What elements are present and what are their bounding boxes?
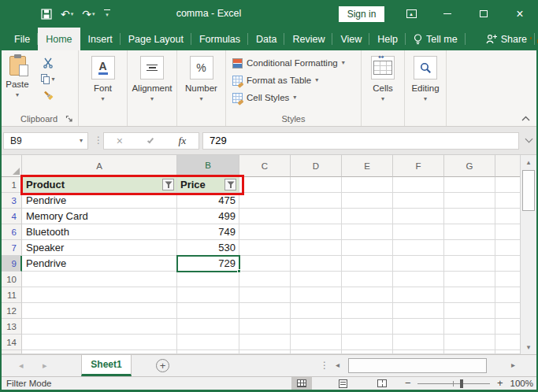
tab-home[interactable]: Home: [38, 28, 80, 50]
formula-input[interactable]: 729: [202, 132, 519, 150]
tab-insert[interactable]: Insert: [80, 28, 121, 50]
fill-handle[interactable]: [237, 269, 241, 273]
tab-review[interactable]: Review: [284, 28, 332, 50]
clipboard-dialog-launcher-icon[interactable]: [65, 115, 73, 123]
copy-button[interactable]: ▾: [41, 74, 54, 84]
zoom-slider-thumb[interactable]: [460, 379, 463, 388]
tab-data[interactable]: Data: [248, 28, 284, 50]
cancel-icon[interactable]: ×: [117, 135, 123, 146]
conditional-formatting-button[interactable]: Conditional Formatting ▾: [232, 54, 361, 72]
cell-styles-button[interactable]: Cell Styles ▾: [232, 89, 361, 106]
column-header-d[interactable]: D: [291, 155, 342, 177]
row-header-7[interactable]: 7: [0, 240, 22, 256]
column-header-b[interactable]: B: [177, 155, 239, 177]
format-as-table-button[interactable]: Format as Table ▾: [232, 72, 361, 89]
page-break-preview-button[interactable]: [372, 377, 392, 390]
previous-sheet-icon[interactable]: ◂: [19, 361, 24, 371]
tab-tell-me[interactable]: Tell me: [406, 28, 466, 50]
cell-a6[interactable]: Bluetooth: [22, 224, 177, 240]
editing-dropdown-arrow[interactable]: ▾: [405, 96, 446, 102]
column-header-partial[interactable]: [495, 155, 520, 177]
scroll-left-icon[interactable]: ◂: [336, 361, 339, 369]
close-button[interactable]: ×: [502, 0, 538, 28]
column-header-f[interactable]: F: [393, 155, 444, 177]
row-header-10[interactable]: 10: [0, 272, 22, 287]
column-header-g[interactable]: G: [444, 155, 495, 177]
ribbon-display-options-button[interactable]: ▴: [393, 0, 429, 28]
alignment-menu-button[interactable]: Alignment ▾: [128, 56, 176, 102]
name-box[interactable]: B9 ▾: [3, 132, 88, 150]
collapse-ribbon-icon[interactable]: [521, 116, 530, 121]
cell-a9[interactable]: Pendrive: [22, 256, 177, 272]
scrollbar-resize-dots[interactable]: ⋮: [320, 360, 329, 371]
zoom-slider-track[interactable]: [417, 383, 490, 384]
scroll-up-icon[interactable]: ▴: [521, 155, 536, 169]
filter-button-product[interactable]: [162, 179, 174, 190]
editing-menu-button[interactable]: Editing ▾: [405, 56, 446, 102]
select-all-button[interactable]: [0, 155, 22, 177]
row-header-13[interactable]: 13: [0, 319, 22, 335]
tab-page-layout[interactable]: Page Layout: [121, 28, 191, 50]
vertical-scrollbar-thumb[interactable]: [522, 170, 535, 211]
cells-dropdown-arrow[interactable]: ▾: [362, 96, 404, 102]
row-header-4[interactable]: 4: [0, 209, 22, 224]
cell-b6[interactable]: 749: [177, 224, 239, 240]
number-menu-button[interactable]: % Number ▾: [177, 56, 225, 102]
cells-menu-button[interactable]: Cells ▾: [362, 56, 404, 102]
row-header-12[interactable]: 12: [0, 303, 22, 319]
filter-button-price[interactable]: [224, 179, 236, 190]
tab-share[interactable]: Share: [478, 28, 535, 50]
horizontal-scrollbar-thumb[interactable]: [348, 358, 487, 373]
column-header-e[interactable]: E: [342, 155, 393, 177]
cell-b1[interactable]: Price: [177, 177, 239, 193]
tab-formulas[interactable]: Formulas: [191, 28, 248, 50]
font-dropdown-arrow[interactable]: ▾: [79, 96, 127, 102]
cell-a3[interactable]: Pendrive: [22, 193, 177, 209]
scroll-right-icon[interactable]: ▸: [511, 361, 515, 369]
paste-dropdown-arrow[interactable]: ▾: [0, 92, 35, 98]
row-header-9[interactable]: 9: [0, 256, 22, 272]
cell-a7[interactable]: Speaker: [22, 240, 177, 256]
cell-b3[interactable]: 475: [177, 193, 239, 209]
cell-a1[interactable]: Product: [22, 177, 177, 193]
cut-button[interactable]: [43, 57, 54, 68]
new-sheet-button[interactable]: +: [156, 359, 169, 372]
row-header-1[interactable]: 1: [0, 177, 22, 193]
normal-view-button[interactable]: [291, 377, 312, 390]
sheet-tab-sheet1[interactable]: Sheet1: [81, 355, 132, 376]
enter-check-icon[interactable]: [147, 136, 154, 143]
row-header-14[interactable]: 14: [0, 335, 22, 350]
expand-formula-bar-icon[interactable]: [525, 135, 533, 143]
tab-file[interactable]: File: [6, 28, 38, 50]
next-sheet-icon[interactable]: ▸: [43, 361, 47, 371]
copy-dropdown-arrow[interactable]: ▾: [51, 76, 54, 83]
zoom-level[interactable]: 100%: [510, 378, 533, 390]
column-header-a[interactable]: A: [22, 155, 177, 177]
tab-view[interactable]: View: [332, 28, 369, 50]
cell-b9-selected[interactable]: 729: [177, 256, 239, 272]
zoom-out-button[interactable]: −: [405, 377, 411, 390]
cell-b4[interactable]: 499: [177, 209, 239, 224]
insert-function-icon[interactable]: fx: [179, 135, 187, 147]
font-menu-button[interactable]: A Font ▾: [79, 56, 127, 102]
customize-quick-access-icon[interactable]: ▾: [104, 9, 110, 18]
cell-b7[interactable]: 530: [177, 240, 239, 256]
row-header-3[interactable]: 3: [0, 193, 22, 209]
page-layout-view-button[interactable]: [332, 377, 353, 390]
number-dropdown-arrow[interactable]: ▾: [177, 96, 225, 102]
alignment-dropdown-arrow[interactable]: ▾: [128, 96, 176, 102]
name-box-dropdown-arrow[interactable]: ▾: [80, 138, 83, 144]
tab-help[interactable]: Help: [369, 28, 406, 50]
row-header-11[interactable]: 11: [0, 287, 22, 303]
row-header-6[interactable]: 6: [0, 224, 22, 240]
save-icon[interactable]: [41, 9, 52, 20]
format-painter-button[interactable]: [43, 90, 54, 101]
column-header-c[interactable]: C: [239, 155, 291, 177]
zoom-in-button[interactable]: +: [497, 377, 503, 390]
undo-button[interactable]: ↶▾: [61, 9, 73, 20]
cell-a4[interactable]: Memory Card: [22, 209, 177, 224]
vertical-scrollbar[interactable]: ▴ ▾: [520, 155, 536, 354]
sign-in-button[interactable]: Sign in: [339, 6, 384, 22]
scroll-down-icon[interactable]: ▾: [521, 340, 536, 354]
maximize-button[interactable]: [466, 0, 502, 28]
